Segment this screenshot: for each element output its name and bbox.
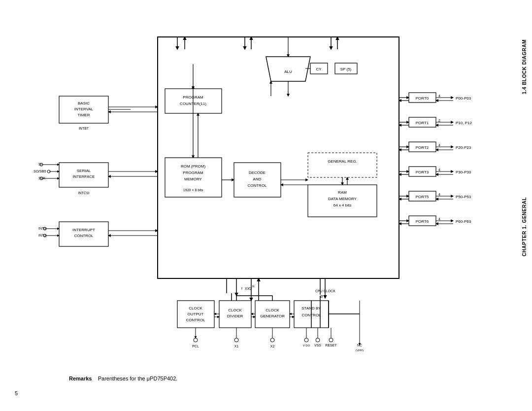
svg-text:INTERFACE: INTERFACE [73, 174, 95, 179]
svg-point-171 [270, 338, 274, 342]
svg-text:CLOCK: CLOCK [266, 308, 279, 312]
svg-text:PORT5: PORT5 [416, 195, 429, 199]
svg-text:f: f [241, 287, 242, 290]
page: 1.4 BLOCK DIAGRAM CHAPTER 1. GENERAL 5 R… [0, 0, 532, 411]
section-heading: 1.4 BLOCK DIAGRAM [522, 39, 527, 94]
svg-point-168 [234, 338, 238, 342]
svg-text:NC: NC [357, 343, 362, 347]
svg-text:4: 4 [438, 143, 440, 147]
svg-text:PORT3: PORT3 [416, 170, 429, 174]
svg-text:P00-P03: P00-P03 [456, 96, 471, 101]
svg-text:P10, P12: P10, P12 [456, 121, 472, 125]
svg-text:DATA MEMORY: DATA MEMORY [328, 197, 357, 201]
svg-text:INTERRUPT: INTERRUPT [72, 228, 95, 232]
svg-text:INTERVAL: INTERVAL [74, 107, 94, 111]
svg-text:GENERATOR: GENERATOR [260, 314, 285, 318]
svg-text:DIVIDER: DIVIDER [227, 314, 243, 318]
svg-text:AND: AND [253, 177, 262, 181]
svg-text:RAM: RAM [338, 190, 347, 195]
svg-text:4: 4 [438, 193, 440, 196]
svg-rect-63 [308, 153, 377, 177]
svg-text:ALU: ALU [284, 69, 292, 74]
svg-text:P60-P63: P60-P63 [456, 219, 471, 224]
svg-text:64 x 4 bits: 64 x 4 bits [333, 203, 351, 207]
svg-text:INTCSI: INTCSI [78, 191, 90, 195]
svg-text:P50-P53: P50-P53 [456, 195, 471, 199]
svg-text:CONTROL: CONTROL [74, 234, 94, 238]
svg-text:MEMORY: MEMORY [184, 177, 202, 181]
svg-text:BASIC: BASIC [78, 101, 90, 105]
svg-text:RESET: RESET [325, 343, 337, 347]
svg-text:TIMER: TIMER [78, 113, 90, 117]
svg-text:SO/SB0: SO/SB0 [33, 170, 46, 173]
svg-text:PROGRAM: PROGRAM [183, 171, 203, 175]
svg-point-177 [316, 338, 320, 342]
svg-text:1920 × 8 bits: 1920 × 8 bits [183, 188, 203, 192]
svg-text:X2: X2 [270, 344, 275, 348]
svg-text:N: N [252, 285, 254, 288]
svg-text:PORT2: PORT2 [416, 145, 429, 150]
svg-text:DECODE: DECODE [249, 171, 266, 175]
svg-text:INTBT: INTBT [79, 127, 89, 130]
svg-point-174 [304, 338, 308, 342]
svg-text:CLOCK: CLOCK [228, 308, 242, 312]
svg-text:PCL: PCL [192, 344, 199, 348]
svg-text:P20-P23: P20-P23 [456, 145, 471, 150]
svg-text:CONTROL: CONTROL [247, 183, 267, 188]
svg-text:VSS: VSS [314, 343, 321, 347]
svg-text:PORT6: PORT6 [416, 219, 429, 224]
svg-text:X1: X1 [234, 344, 239, 348]
svg-text:CONTROL: CONTROL [186, 318, 205, 322]
svg-text:ROM (PROM): ROM (PROM) [181, 164, 206, 169]
svg-text:(VPP): (VPP) [356, 349, 364, 352]
svg-point-180 [329, 338, 333, 342]
svg-text:OUTPUT: OUTPUT [188, 312, 204, 316]
svg-text:SERIAL: SERIAL [77, 169, 91, 173]
svg-text:4: 4 [438, 217, 440, 221]
svg-text:4: 4 [438, 168, 440, 171]
svg-text:GENERAL REG.: GENERAL REG. [328, 159, 357, 164]
svg-marker-53 [266, 57, 310, 81]
svg-point-165 [194, 338, 198, 342]
page-number: 5 [15, 390, 18, 396]
svg-text:4: 4 [438, 94, 440, 98]
chapter-heading: CHAPTER 1. GENERAL [522, 197, 527, 256]
svg-text:Ø: Ø [320, 295, 323, 298]
svg-text:CY: CY [316, 67, 322, 71]
svg-text:V DO: V DO [303, 344, 310, 347]
svg-text:CLOCK: CLOCK [189, 306, 202, 310]
block-diagram: BASIC INTERVAL TIMER INTBT SERIAL INTERF… [20, 10, 502, 384]
svg-text:PORT0: PORT0 [416, 96, 429, 101]
svg-text:P30-P33: P30-P33 [456, 170, 471, 174]
svg-text:SP (5): SP (5) [340, 67, 352, 71]
svg-text:2: 2 [438, 119, 440, 122]
svg-text:PORT1: PORT1 [416, 121, 429, 125]
